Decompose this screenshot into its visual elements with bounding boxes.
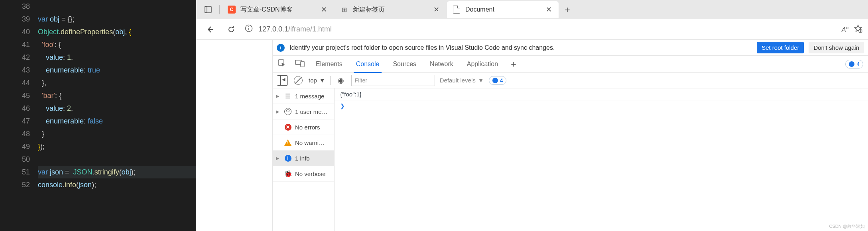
reload-button[interactable] — [223, 22, 239, 37]
read-aloud-icon[interactable]: A» — [842, 25, 849, 33]
issues-badge[interactable]: 4 — [845, 60, 863, 69]
svg-rect-5 — [248, 28, 249, 30]
url-host: 127.0.0.1 — [258, 25, 288, 33]
divider — [330, 76, 331, 85]
sidebar-verbose[interactable]: 🐞 No verbose — [273, 166, 334, 182]
expand-icon[interactable]: ▶ — [276, 156, 281, 161]
favorites-icon[interactable] — [854, 24, 862, 35]
tab-console[interactable]: Console — [354, 56, 382, 72]
sidebar-info[interactable]: ▶ i 1 info — [273, 151, 334, 166]
close-icon[interactable]: ✕ — [319, 5, 328, 14]
tab-csdn[interactable]: C 写文章-CSDN博客 ✕ — [222, 1, 334, 18]
site-info-icon[interactable] — [245, 24, 253, 34]
watermark: CSDN @故坐湘如 — [829, 223, 865, 229]
line-gutter: 383940414243444546474849505152 — [0, 0, 38, 231]
sidebar-warnings[interactable]: No warni… — [273, 135, 334, 151]
url-path: /iframe/1.html — [288, 25, 332, 33]
expand-icon[interactable]: ▶ — [276, 94, 281, 99]
devtools-infobar: i Identify your project's root folder to… — [273, 40, 868, 56]
csdn-icon: C — [228, 6, 236, 14]
grid-icon: ⊞ — [340, 6, 348, 14]
console-output[interactable]: {"foo":1} ❯ — [335, 88, 868, 231]
divider — [219, 5, 220, 14]
error-icon — [284, 123, 292, 131]
svg-point-4 — [248, 26, 249, 27]
sidebar-user-messages[interactable]: ▶ 1 user me… — [273, 104, 334, 119]
console-prompt[interactable]: ❯ — [335, 100, 868, 112]
log-levels-selector[interactable]: Default levels ▼ — [440, 77, 484, 84]
browser-pane: C 写文章-CSDN博客 ✕ ⊞ 新建标签页 ✕ Document ✕ ＋ — [196, 0, 868, 231]
list-icon: ☰ — [284, 92, 292, 100]
code-line[interactable]: }, — [38, 76, 196, 89]
chevron-down-icon: ▼ — [319, 77, 325, 84]
user-icon — [284, 108, 292, 116]
tab-document[interactable]: Document ✕ — [447, 1, 559, 18]
new-tab-button[interactable]: ＋ — [559, 2, 575, 18]
code-line[interactable]: enumerable: true — [38, 64, 196, 76]
tab-actions-icon[interactable] — [199, 2, 217, 18]
code-line[interactable] — [38, 153, 196, 166]
console-sidebar: ▶ ☰ 1 message ▶ 1 user me… No errors — [273, 88, 335, 231]
code-line[interactable]: value: 1, — [38, 51, 196, 64]
page-content — [196, 40, 273, 231]
info-icon: i — [284, 154, 292, 162]
code-line[interactable]: 'bar': { — [38, 89, 196, 102]
document-icon — [453, 6, 461, 14]
sidebar-errors[interactable]: No errors — [273, 119, 334, 135]
inspect-icon[interactable] — [278, 59, 286, 69]
issues-count-badge[interactable]: 4 — [489, 76, 507, 85]
code-line[interactable]: } — [38, 127, 196, 140]
tab-title: 写文章-CSDN博客 — [240, 6, 315, 14]
svg-rect-11 — [301, 61, 304, 67]
set-root-folder-button[interactable]: Set root folder — [757, 42, 804, 53]
expand-icon[interactable]: ▶ — [276, 109, 281, 114]
tab-newtab[interactable]: ⊞ 新建标签页 ✕ — [335, 1, 446, 18]
filter-input[interactable] — [351, 75, 435, 86]
warning-icon — [284, 139, 292, 147]
url-field[interactable]: 127.0.0.1/iframe/1.html — [245, 24, 836, 34]
code-body[interactable]: var obj = {};Object.defineProperties(obj… — [38, 0, 196, 231]
info-icon: i — [277, 44, 285, 52]
browser-tabstrip: C 写文章-CSDN博客 ✕ ⊞ 新建标签页 ✕ Document ✕ ＋ — [196, 0, 868, 19]
tab-sources[interactable]: Sources — [390, 56, 419, 72]
sidebar-messages[interactable]: ▶ ☰ 1 message — [273, 88, 334, 104]
chevron-down-icon: ▼ — [478, 77, 484, 84]
more-tabs-icon[interactable]: ＋ — [509, 58, 518, 70]
code-line[interactable]: enumerable: false — [38, 115, 196, 127]
code-line[interactable]: Object.defineProperties(obj, { — [38, 25, 196, 38]
bug-icon: 🐞 — [284, 170, 292, 178]
close-icon[interactable]: ✕ — [544, 5, 553, 14]
code-line[interactable]: console.info(json); — [38, 178, 196, 191]
code-line[interactable]: }); — [38, 140, 196, 153]
tab-elements[interactable]: Elements — [313, 56, 345, 72]
code-editor[interactable]: 383940414243444546474849505152 var obj =… — [0, 0, 196, 231]
devtools-panel: i Identify your project's root folder to… — [273, 40, 868, 231]
tab-title: Document — [465, 6, 539, 13]
code-line[interactable]: 'foo': { — [38, 38, 196, 51]
devtools-tabs: Elements Console Sources Network Applica… — [273, 56, 868, 72]
tab-network[interactable]: Network — [427, 56, 456, 72]
tab-title: 新建标签页 — [353, 6, 427, 14]
live-expression-icon[interactable]: ◉ — [335, 75, 346, 86]
infobar-text: Identify your project's root folder to o… — [289, 44, 752, 51]
toggle-sidebar-icon[interactable] — [277, 75, 288, 86]
device-toggle-icon[interactable] — [295, 59, 305, 69]
code-line[interactable]: value: 2, — [38, 102, 196, 115]
svg-rect-1 — [205, 6, 207, 13]
code-line[interactable] — [38, 0, 196, 13]
code-line[interactable]: var json = JSON.stringify(obj); — [38, 166, 196, 178]
close-icon[interactable]: ✕ — [432, 5, 441, 14]
clear-console-icon[interactable] — [293, 75, 304, 86]
svg-rect-0 — [205, 6, 211, 13]
back-button[interactable] — [202, 22, 218, 37]
dont-show-again-button[interactable]: Don't show again — [809, 42, 864, 53]
tab-application[interactable]: Application — [465, 56, 500, 72]
log-entry[interactable]: {"foo":1} — [335, 88, 868, 100]
address-bar: 127.0.0.1/iframe/1.html A» — [196, 19, 868, 40]
context-selector[interactable]: top ▼ — [309, 77, 325, 84]
code-line[interactable]: var obj = {}; — [38, 13, 196, 25]
console-toolbar: top ▼ ◉ Default levels ▼ 4 — [273, 72, 868, 88]
